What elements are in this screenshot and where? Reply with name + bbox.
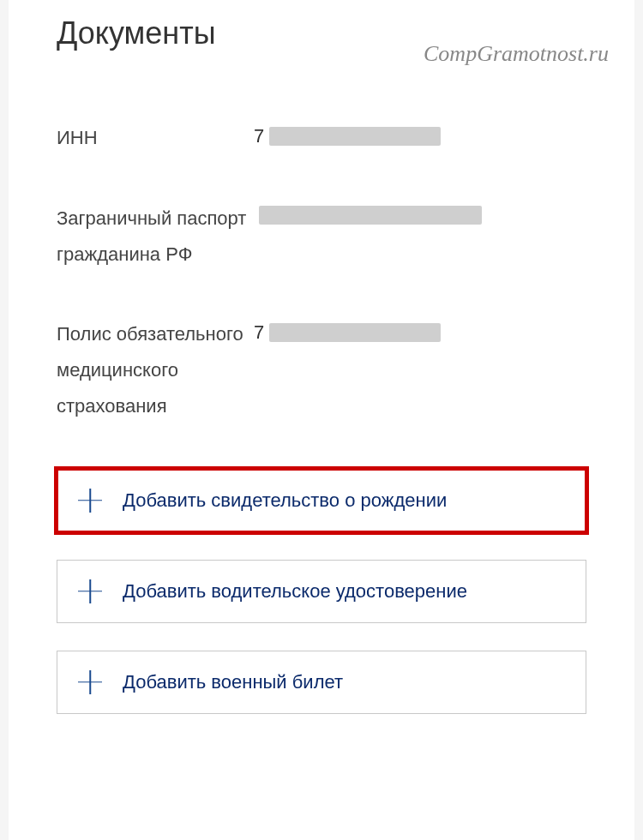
document-label-foreign-passport: Заграничный паспорт гражданина РФ xyxy=(57,201,254,273)
add-military-id-button[interactable]: Добавить военный билет xyxy=(57,651,586,714)
add-birth-certificate-button[interactable]: Добавить свидетельство о рождении xyxy=(57,469,586,532)
watermark-text: CompGramotnost.ru xyxy=(424,41,609,67)
document-row: Заграничный паспорт гражданина РФ xyxy=(57,201,586,273)
documents-list: ИНН 7 Заграничный паспорт гражданина РФ … xyxy=(9,51,634,424)
redacted-placeholder xyxy=(259,206,482,225)
add-button-label: Добавить военный билет xyxy=(123,671,343,693)
redacted-placeholder xyxy=(269,323,441,342)
document-label-inn: ИНН xyxy=(57,120,254,156)
add-buttons-section: Добавить свидетельство о рождении Добави… xyxy=(9,469,634,714)
plus-icon xyxy=(78,579,102,603)
document-value: 7 xyxy=(254,316,586,344)
redacted-placeholder xyxy=(269,127,441,146)
add-button-label: Добавить свидетельство о рождении xyxy=(123,489,447,512)
add-driver-license-button[interactable]: Добавить водительское удостоверение xyxy=(57,560,586,623)
plus-icon xyxy=(78,489,102,513)
document-label-medical-insurance: Полис обязательного медицинского страхов… xyxy=(57,316,254,423)
value-prefix: 7 xyxy=(254,125,264,147)
value-prefix: 7 xyxy=(254,321,264,344)
document-value: 7 xyxy=(254,120,586,147)
documents-panel: Документы CompGramotnost.ru ИНН 7 Загран… xyxy=(9,0,634,840)
plus-icon xyxy=(78,670,102,694)
document-value xyxy=(254,201,586,225)
document-row: Полис обязательного медицинского страхов… xyxy=(57,316,586,423)
document-row: ИНН 7 xyxy=(57,120,586,156)
add-button-label: Добавить водительское удостоверение xyxy=(123,580,467,603)
